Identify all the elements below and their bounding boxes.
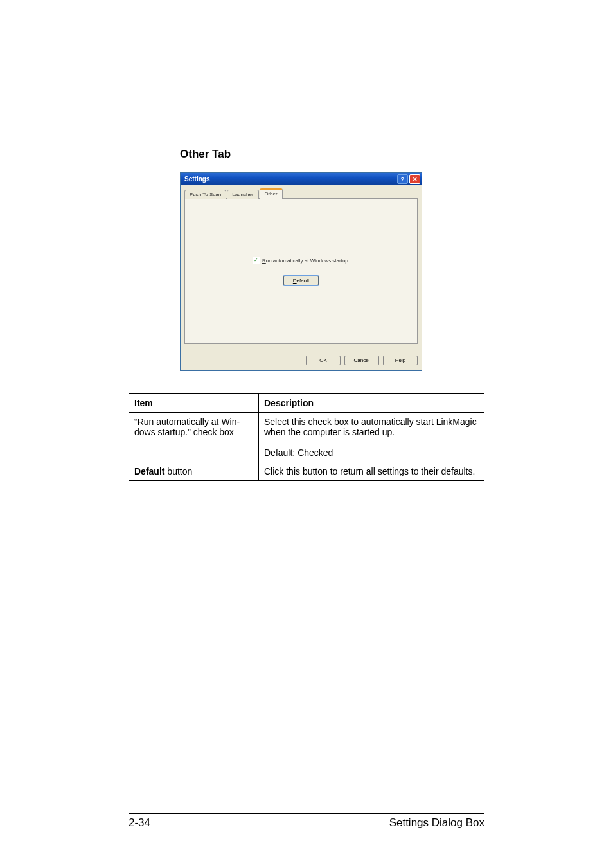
dialog-titlebar: Settings ? ✕ [181,173,422,185]
page-footer: 2-34 Settings Dialog Box [129,813,484,829]
ok-button[interactable]: OK [306,356,341,365]
default-button[interactable]: Default [283,276,319,285]
cell-item-1: “Run automatically at Win­dows startup.”… [129,413,259,462]
page-number: 2-34 [129,817,150,829]
close-icon[interactable]: ✕ [409,174,420,184]
cancel-button[interactable]: Cancel [344,356,379,365]
col-header-item: Item [129,394,259,413]
tab-launcher[interactable]: Launcher [227,190,258,199]
col-header-description: Description [259,394,484,413]
help-button[interactable]: Help [383,356,418,365]
tab-other[interactable]: Other [260,188,283,199]
table-row: Default button Click this button to retu… [129,462,484,481]
cell-desc-1: Select this check box to automatically s… [259,413,484,462]
footer-section: Settings Dialog Box [389,817,484,829]
tab-push-to-scan[interactable]: Push To Scan [184,190,226,199]
settings-dialog: Settings ? ✕ Push To Scan Launcher Other… [180,172,422,371]
cell-desc-2: Click this button to return all settings… [259,462,484,481]
tab-strip: Push To Scan Launcher Other [184,190,418,199]
cell-item-2: Default button [129,462,259,481]
table-row: “Run automatically at Win­dows startup.”… [129,413,484,462]
description-table: Item Description “Run automatically at W… [129,393,484,481]
tab-panel-other: ✓ Run automatically at Windows startup. … [184,198,418,344]
run-at-startup-label: Run automatically at Windows startup. [262,258,350,264]
section-heading: Other Tab [129,148,484,161]
dialog-button-row: OK Cancel Help [181,350,422,370]
help-icon[interactable]: ? [397,174,408,184]
run-at-startup-checkbox[interactable]: ✓ [253,257,260,264]
dialog-title: Settings [184,176,209,183]
